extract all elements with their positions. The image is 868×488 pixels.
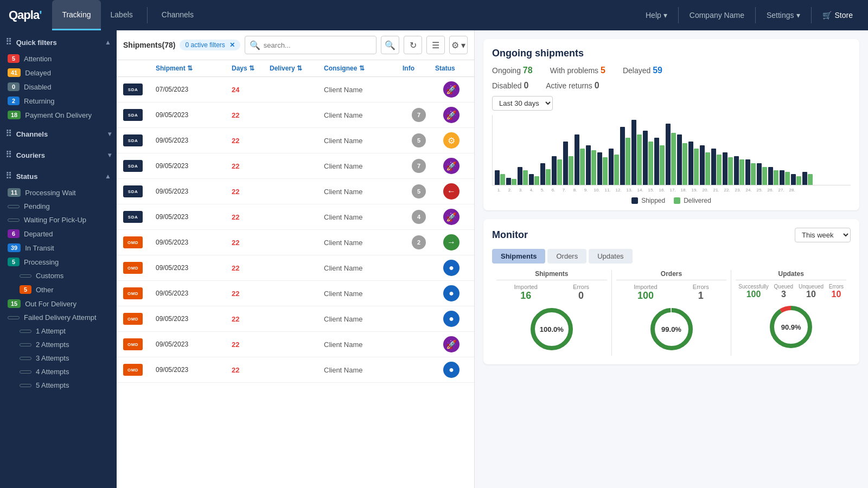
store-button[interactable]: 🛒 Store (816, 8, 859, 23)
carrier-logo: SDA (123, 211, 143, 223)
stat-problems: With problems 5 (550, 66, 605, 75)
chart-label: 22. (722, 188, 732, 192)
sidebar-item-departed[interactable]: 6 Departed (0, 227, 117, 241)
stat-disabled: Disabled 0 (492, 81, 528, 91)
table-row[interactable]: OMD 09/05/2023 22 Client Name ● (117, 255, 474, 281)
table-row[interactable]: OMD 09/05/2023 22 Client Name ● (117, 306, 474, 332)
chart-label: 13. (624, 188, 634, 192)
channels-header[interactable]: ⠿ Channels ▾ (0, 122, 117, 143)
chart-label: 18. (679, 188, 688, 192)
sidebar-item-waiting-pickup[interactable]: Waiting For Pick-Up (0, 213, 117, 227)
chart-label: 20. (700, 188, 710, 192)
sidebar-item-1-attempt[interactable]: 1 Attempt (0, 324, 117, 338)
sidebar-item-attention[interactable]: 5 Attention (0, 52, 117, 66)
settings-menu[interactable]: Settings ▾ (760, 8, 807, 23)
sidebar-item-pending[interactable]: Pending (0, 200, 117, 213)
table-row[interactable]: SDA 07/05/2023 24 Client Name 🚀 (117, 77, 474, 102)
sidebar-item-returning[interactable]: 2 Returning (0, 94, 117, 108)
bar-shipped (745, 159, 750, 185)
cart-icon: 🛒 (822, 11, 832, 20)
company-name[interactable]: Company Name (683, 8, 751, 23)
shipment-days: 22 (232, 213, 270, 221)
status-header[interactable]: ⠿ Status ▲ (0, 164, 117, 185)
table-row[interactable]: SDA 09/05/2023 22 Client Name 4 🚀 (117, 204, 474, 230)
search-input[interactable] (264, 41, 372, 49)
sidebar-item-processing-wait[interactable]: 11 Processing Wait (0, 185, 117, 200)
table-row[interactable]: OMD 09/05/2023 22 Client Name 🚀 (117, 332, 474, 357)
col-days[interactable]: Days ⇅ (232, 65, 270, 72)
sidebar-item-delayed[interactable]: 41 Delayed (0, 66, 117, 80)
sidebar-item-5-attempts[interactable]: 5 Attempts (0, 378, 117, 392)
stat-delayed: Delayed 59 (623, 66, 662, 75)
couriers-header[interactable]: ⠿ Couriers ▾ (0, 143, 117, 164)
refresh-button[interactable]: ↻ (404, 36, 422, 54)
monitor-updates-title: Updates (736, 270, 846, 280)
bar-delivered (694, 149, 699, 185)
sidebar-item-4-attempts[interactable]: 4 Attempts (0, 365, 117, 378)
sidebar-item-payment-on-delivery[interactable]: 18 Payment On Delivery (0, 108, 117, 122)
help-menu[interactable]: Help ▾ (639, 8, 674, 23)
active-filters-badge[interactable]: 0 active filters ✕ (180, 40, 240, 50)
table-row[interactable]: OMD 09/05/2023 22 Client Name ● (117, 281, 474, 306)
search-icon: 🔍 (250, 40, 260, 50)
quick-filters-header[interactable]: ⠿ Quick filters ▲ (0, 30, 117, 52)
sidebar-item-disabled[interactable]: 0 Disabled (0, 80, 117, 94)
tab-tracking[interactable]: Tracking (52, 0, 100, 30)
monitor-orders-errors-val: 1 (693, 290, 709, 301)
status-icon: ● (443, 311, 459, 327)
bar-shipped (700, 145, 705, 185)
table-row[interactable]: OMD 09/05/2023 22 Client Name ● (117, 357, 474, 383)
drag-dots-icon-4: ⠿ (5, 171, 12, 181)
carrier-logo: OMD (123, 262, 143, 274)
tab-shipments-monitor[interactable]: Shipments (492, 249, 545, 264)
sidebar-item-processing[interactable]: 5 Processing (0, 255, 117, 269)
search-button[interactable]: 🔍 (381, 36, 399, 54)
shipments-count: Shipments(78) (123, 41, 175, 49)
bar-group (518, 167, 528, 185)
bar-group (723, 152, 733, 185)
col-delivery[interactable]: Delivery ⇅ (270, 65, 324, 72)
sidebar-item-3-attempts[interactable]: 3 Attempts (0, 351, 117, 365)
sidebar-item-other[interactable]: 5 Other (0, 282, 117, 297)
info-badge: 5 (412, 184, 426, 198)
monitor-unqueued-label: Unqueued (799, 284, 824, 290)
drag-dots-icon-2: ⠿ (5, 129, 12, 138)
settings-button[interactable]: ⚙ ▾ (449, 36, 468, 54)
clear-filters-button[interactable]: ✕ (229, 41, 235, 49)
sidebar-item-failed-delivery[interactable]: Failed Delivery Attempt (0, 311, 117, 324)
table-row[interactable]: OMD 09/05/2023 22 Client Name 2 → (117, 230, 474, 255)
period-select[interactable]: Last 30 days Last 7 days Last 90 days (492, 96, 553, 111)
col-shipment[interactable]: Shipment ⇅ (156, 65, 232, 72)
status-icon: 🚀 (443, 336, 459, 352)
sidebar-item-out-for-delivery[interactable]: 15 Out For Delivery (0, 297, 117, 311)
chart-area: 1.2.3.4.5.6.7.8.9.10.11.12.13.14.15.16.1… (492, 115, 851, 202)
bar-delivered (717, 155, 722, 185)
info-badge: 5 (412, 133, 426, 147)
table-row[interactable]: SDA 09/05/2023 22 Client Name 7 🚀 (117, 153, 474, 179)
bar-group (552, 156, 562, 185)
filter-button[interactable]: ☰ (426, 36, 445, 54)
tab-updates-monitor[interactable]: Updates (589, 249, 632, 264)
sidebar-item-customs[interactable]: Customs (0, 269, 117, 282)
col-consignee[interactable]: Consignee ⇅ (324, 65, 403, 72)
tab-channels[interactable]: Channels (152, 0, 203, 30)
table-row[interactable]: SDA 09/05/2023 22 Client Name 5 ⚙ (117, 128, 474, 153)
sidebar-item-in-transit[interactable]: 39 In Transit (0, 241, 117, 255)
donut-shipments-label: 100.0% (540, 325, 564, 333)
nav-divider-3 (755, 7, 756, 23)
bar-group (711, 149, 722, 185)
bar-shipped (757, 163, 762, 185)
bar-shipped (677, 134, 682, 185)
monitor-success-val: 100 (738, 290, 769, 299)
bar-delivered (751, 163, 756, 185)
monitor-updates-unqueued-col: Unqueued 10 (799, 284, 824, 299)
sidebar-item-2-attempts[interactable]: 2 Attempts (0, 338, 117, 351)
bar-shipped (780, 170, 784, 185)
tab-labels[interactable]: Labels (101, 0, 143, 30)
col-status: Status (435, 65, 468, 72)
monitor-period-select[interactable]: This week Last week This month (795, 228, 851, 242)
table-row[interactable]: SDA 09/05/2023 22 Client Name 5 ← (117, 179, 474, 204)
tab-orders-monitor[interactable]: Orders (547, 249, 586, 264)
table-row[interactable]: SDA 09/05/2023 22 Client Name 7 🚀 (117, 102, 474, 128)
bar-shipped (586, 145, 591, 185)
